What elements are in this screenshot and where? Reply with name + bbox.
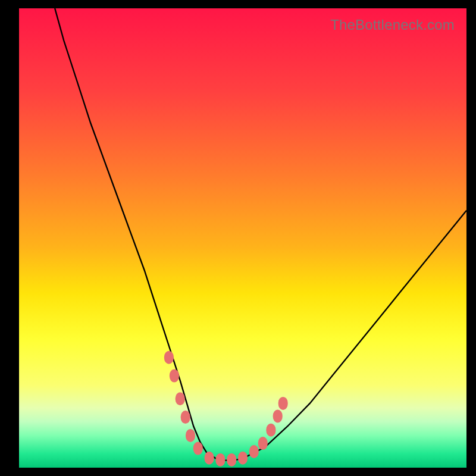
marker-dot — [273, 410, 283, 423]
marker-dot — [170, 369, 179, 383]
trough-markers — [164, 351, 288, 466]
marker-dot — [215, 453, 225, 466]
marker-dot — [181, 411, 190, 424]
chart-plot-area: TheBottleneck.com — [19, 8, 466, 468]
marker-dot — [258, 437, 268, 450]
bottleneck-curve — [55, 8, 466, 461]
marker-dot — [176, 392, 185, 405]
marker-dot — [249, 445, 259, 458]
marker-dot — [278, 397, 288, 410]
marker-dot — [205, 452, 214, 465]
marker-dot — [266, 424, 275, 437]
marker-dot — [186, 429, 195, 442]
marker-dot — [238, 452, 248, 465]
marker-dot — [193, 442, 203, 455]
marker-dot — [164, 351, 174, 364]
marker-dot — [227, 453, 236, 466]
curve-layer — [19, 8, 466, 468]
